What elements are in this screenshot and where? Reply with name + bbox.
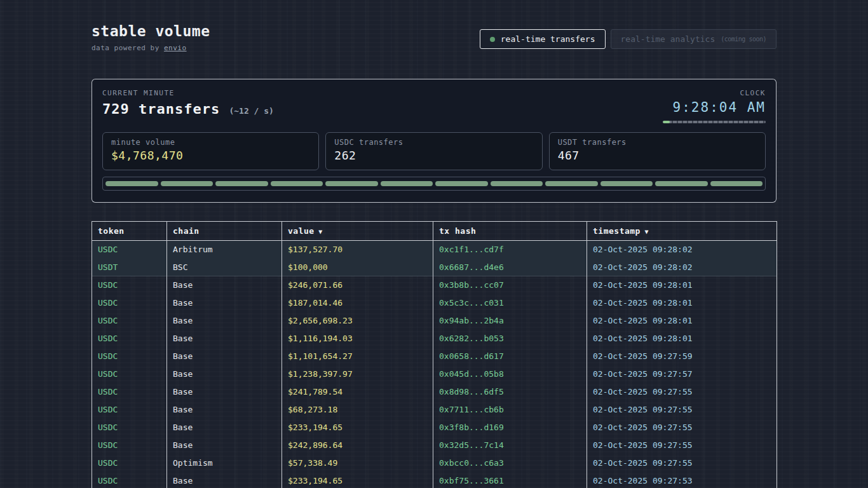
tx-hash-link[interactable]: 0x6687...d4e6 bbox=[433, 259, 587, 276]
tx-hash-link[interactable]: 0xbf75...3661 bbox=[433, 472, 587, 488]
sort-descending-icon: ▼ bbox=[315, 228, 323, 235]
value-cell: $1,116,194.03 bbox=[282, 330, 433, 348]
value-cell: $137,527.70 bbox=[282, 241, 433, 259]
chain-cell: Base bbox=[167, 312, 282, 330]
column-header-tx-hash: tx hash bbox=[433, 222, 587, 241]
minute-progress-bar bbox=[663, 121, 766, 123]
tx-hash-link[interactable]: 0x3f8b...d169 bbox=[433, 419, 587, 437]
table-row: USDTBSC$100,0000x6687...d4e602-Oct-2025 … bbox=[92, 259, 777, 276]
chain-cell: Base bbox=[167, 472, 282, 488]
transfer-rate: (~12 / s) bbox=[229, 106, 273, 116]
tab-bar: real-time transfers real-time analytics … bbox=[480, 29, 776, 49]
minute-progress-fill bbox=[663, 121, 670, 123]
value-cell: $246,071.66 bbox=[282, 276, 433, 294]
table-row: USDCBase$1,238,397.970x045d...05b802-Oct… bbox=[92, 365, 777, 383]
timestamp-cell: 02-Oct-2025 09:27:55 bbox=[587, 437, 777, 454]
tx-hash-link[interactable]: 0x6282...b053 bbox=[433, 330, 587, 348]
timestamp-cell: 02-Oct-2025 09:28:01 bbox=[587, 276, 777, 294]
column-header-timestamp[interactable]: timestamp ▼ bbox=[587, 222, 777, 241]
token-cell: USDC bbox=[92, 401, 167, 419]
stat-value: 262 bbox=[334, 149, 533, 162]
table-row: USDCBase$2,656,698.230x94ab...2b4a02-Oct… bbox=[92, 312, 777, 330]
value-cell: $241,789.54 bbox=[282, 383, 433, 401]
timestamp-cell: 02-Oct-2025 09:27:55 bbox=[587, 454, 777, 472]
envio-link[interactable]: envio bbox=[164, 44, 187, 52]
page-container: stable volume data powered by envio real… bbox=[92, 0, 776, 488]
column-header-value[interactable]: value ▼ bbox=[282, 222, 433, 241]
timestamp-cell: 02-Oct-2025 09:27:55 bbox=[587, 383, 777, 401]
stat-box-usdt-transfers: USDT transfers467 bbox=[549, 132, 766, 170]
column-header-label: tx hash bbox=[439, 226, 476, 236]
segment-pill bbox=[655, 181, 708, 186]
chain-cell: Base bbox=[167, 419, 282, 437]
table-body: USDCArbitrum$137,527.700xc1f1...cd7f02-O… bbox=[92, 241, 777, 488]
active-tab-dot-icon bbox=[490, 37, 495, 42]
page-subtitle: data powered by envio bbox=[92, 44, 210, 52]
value-cell: $233,194.65 bbox=[282, 472, 433, 488]
segment-pill bbox=[600, 181, 653, 186]
tx-hash-link[interactable]: 0xc1f1...cd7f bbox=[433, 241, 587, 259]
table-row: USDCBase$242,896.640x32d5...7c1402-Oct-2… bbox=[92, 437, 777, 454]
tab-real-time-transfers[interactable]: real-time transfers bbox=[480, 29, 606, 49]
token-cell: USDT bbox=[92, 259, 167, 276]
token-cell: USDC bbox=[92, 383, 167, 401]
tx-hash-link[interactable]: 0x8d98...6df5 bbox=[433, 383, 587, 401]
chain-cell: Base bbox=[167, 437, 282, 454]
tx-hash-link[interactable]: 0x32d5...7c14 bbox=[433, 437, 587, 454]
transfer-count-block: CURRENT MINUTE 729 transfers (~12 / s) bbox=[102, 89, 274, 117]
segment-pill bbox=[161, 181, 214, 186]
table-row: USDCBase$68,273.180x7711...cb6b02-Oct-20… bbox=[92, 401, 777, 419]
stat-box-minute-volume: minute volume$4,768,470 bbox=[102, 132, 319, 170]
stat-label: USDT transfers bbox=[558, 138, 757, 147]
tab-label: real-time analytics bbox=[621, 34, 715, 44]
token-cell: USDC bbox=[92, 241, 167, 259]
tab-label: real-time transfers bbox=[501, 34, 595, 44]
segment-pill bbox=[271, 181, 323, 186]
segment-bar bbox=[102, 177, 766, 191]
segment-pill bbox=[105, 181, 158, 186]
transfer-count: 729 transfers (~12 / s) bbox=[102, 101, 274, 117]
tx-hash-link[interactable]: 0x045d...05b8 bbox=[433, 365, 587, 383]
column-header-label: value bbox=[288, 226, 315, 236]
title-block: stable volume data powered by envio bbox=[92, 23, 210, 52]
stat-value: $4,768,470 bbox=[111, 149, 310, 162]
coming-soon-note: (coming soon) bbox=[721, 36, 766, 43]
timestamp-cell: 02-Oct-2025 09:27:55 bbox=[587, 419, 777, 437]
segment-pill bbox=[435, 181, 488, 186]
segment-pill bbox=[381, 181, 433, 186]
sort-descending-icon: ▼ bbox=[641, 228, 649, 235]
subtitle-text: data powered by bbox=[92, 44, 164, 52]
timestamp-cell: 02-Oct-2025 09:27:57 bbox=[587, 365, 777, 383]
tx-hash-link[interactable]: 0x5c3c...c031 bbox=[433, 294, 587, 312]
transfer-count-value: 729 transfers bbox=[102, 101, 220, 117]
tx-hash-link[interactable]: 0x94ab...2b4a bbox=[433, 312, 587, 330]
stat-label: minute volume bbox=[111, 138, 310, 147]
timestamp-cell: 02-Oct-2025 09:27:59 bbox=[587, 348, 777, 365]
token-cell: USDC bbox=[92, 276, 167, 294]
table-header-row: tokenchainvalue ▼tx hashtimestamp ▼ bbox=[92, 222, 777, 241]
segment-pill bbox=[215, 181, 268, 186]
tx-hash-link[interactable]: 0x0658...d617 bbox=[433, 348, 587, 365]
timestamp-cell: 02-Oct-2025 09:27:55 bbox=[587, 401, 777, 419]
value-cell: $2,656,698.23 bbox=[282, 312, 433, 330]
token-cell: USDC bbox=[92, 348, 167, 365]
stat-value: 467 bbox=[558, 149, 757, 162]
tab-real-time-analytics: real-time analytics (coming soon) bbox=[611, 29, 777, 49]
chain-cell: Base bbox=[167, 330, 282, 348]
tx-hash-link[interactable]: 0x7711...cb6b bbox=[433, 401, 587, 419]
table-row: USDCBase$241,789.540x8d98...6df502-Oct-2… bbox=[92, 383, 777, 401]
value-cell: $233,194.65 bbox=[282, 419, 433, 437]
column-header-label: token bbox=[98, 226, 125, 236]
timestamp-cell: 02-Oct-2025 09:28:02 bbox=[587, 259, 777, 276]
table-row: USDCBase$233,194.650xbf75...366102-Oct-2… bbox=[92, 472, 777, 488]
timestamp-cell: 02-Oct-2025 09:28:01 bbox=[587, 330, 777, 348]
chain-cell: Arbitrum bbox=[167, 241, 282, 259]
clock-label: CLOCK bbox=[663, 89, 766, 97]
page-header: stable volume data powered by envio real… bbox=[92, 23, 776, 52]
value-cell: $68,273.18 bbox=[282, 401, 433, 419]
tx-hash-link[interactable]: 0xbcc0...c6a3 bbox=[433, 454, 587, 472]
value-cell: $1,101,654.27 bbox=[282, 348, 433, 365]
column-header-label: chain bbox=[173, 226, 200, 236]
tx-hash-link[interactable]: 0x3b8b...cc07 bbox=[433, 276, 587, 294]
token-cell: USDC bbox=[92, 330, 167, 348]
